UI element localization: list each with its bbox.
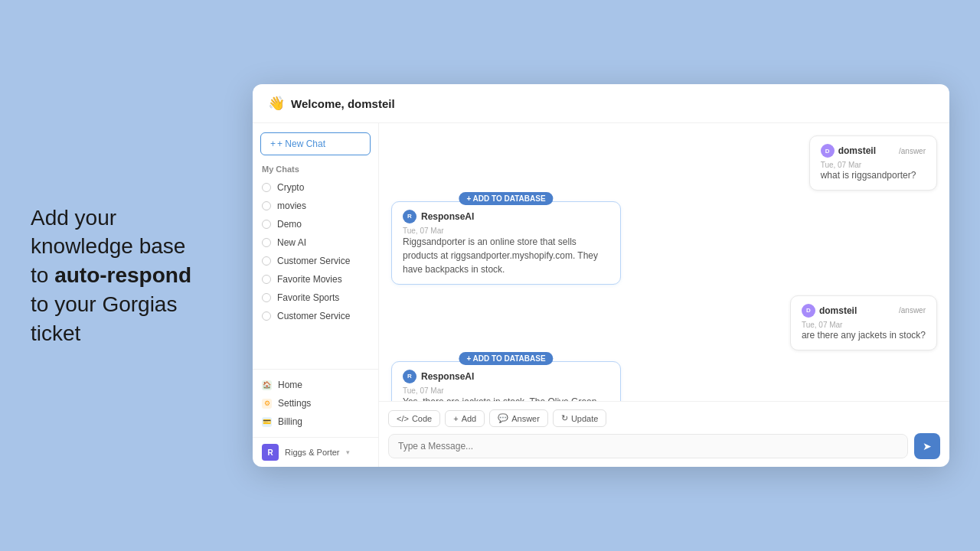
update-button[interactable]: ↻ Update [553, 409, 606, 427]
plus-icon: + [270, 139, 276, 149]
home-label: Home [278, 380, 302, 390]
dot-icon [262, 256, 271, 266]
billing-icon: 💳 [262, 417, 272, 427]
sidebar-item-favorite-movies[interactable]: Favorite Movies [253, 270, 378, 289]
sidebar: + + New Chat My Chats Crypto movies Demo [253, 123, 379, 467]
ai-name-1: ResponseAI [421, 211, 474, 222]
brand-chevron: ▾ [346, 448, 350, 456]
user-date-1: Tue, 07 Mar [821, 161, 926, 169]
app-header: 👋 Welcome, domsteil [253, 84, 949, 123]
dot-icon [262, 275, 271, 284]
answer-badge-1: /answer [899, 147, 926, 155]
ai-bubble-wrapper-1: + ADD TO DATABASE R ResponseAI Tue, 07 M… [391, 201, 621, 285]
brand-row: R Riggs & Porter ▾ [253, 437, 378, 467]
sidebar-item-label: movies [277, 201, 306, 211]
answer-label: Answer [511, 414, 540, 423]
sidebar-item-favorite-sports[interactable]: Favorite Sports [253, 289, 378, 307]
sidebar-item-label: Crypto [277, 182, 304, 193]
send-button[interactable]: ➤ [914, 433, 940, 459]
sidebar-item-label: Customer Service [277, 256, 350, 266]
update-label: Update [571, 414, 598, 423]
sidebar-item-label: Demo [277, 219, 302, 230]
add-icon: + [453, 414, 458, 423]
user-bubble-header-2: D domsteil /answer [802, 304, 926, 318]
answer-button[interactable]: 💬 Answer [489, 409, 548, 427]
add-button[interactable]: + Add [445, 410, 485, 427]
chat-input-row: ➤ [388, 433, 940, 459]
sidebar-bottom: 🏠 Home ⚙ Settings 💳 Billing [253, 369, 378, 437]
chat-row-user-1: D domsteil /answer Tue, 07 Mar what is r… [391, 135, 937, 191]
code-icon: </> [397, 414, 409, 423]
user-avatar-1: D [821, 144, 835, 158]
chat-row-ai-1: + ADD TO DATABASE R ResponseAI Tue, 07 M… [391, 201, 937, 285]
ai-bubble-1: R ResponseAI Tue, 07 Mar Riggsandporter … [391, 201, 621, 285]
user-bubble-1: D domsteil /answer Tue, 07 Mar what is r… [809, 135, 937, 191]
app-title: Welcome, domsteil [291, 97, 395, 110]
app-window: 👋 Welcome, domsteil + + New Chat My Chat… [253, 84, 949, 467]
dot-icon [262, 183, 271, 192]
ai-avatar-2: R [403, 370, 416, 383]
chat-messages: D domsteil /answer Tue, 07 Mar what is r… [379, 123, 949, 401]
sidebar-item-new-ai[interactable]: New AI [253, 233, 378, 252]
user-bubble-2: D domsteil /answer Tue, 07 Mar are there… [790, 295, 937, 350]
user-text-2: are there any jackets in stock? [802, 329, 926, 342]
chat-toolbar: </> Code + Add 💬 Answer ↻ [388, 409, 940, 427]
sidebar-item-demo[interactable]: Demo [253, 215, 378, 233]
app-body: + + New Chat My Chats Crypto movies Demo [253, 123, 949, 467]
chat-input-area: </> Code + Add 💬 Answer ↻ [379, 401, 949, 467]
new-chat-label: + New Chat [277, 139, 325, 149]
user-avatar-2: D [802, 304, 815, 318]
brand-name: Riggs & Porter [285, 448, 340, 457]
send-icon: ➤ [923, 440, 932, 452]
home-icon: 🏠 [262, 380, 272, 390]
wave-icon: 👋 [268, 95, 285, 112]
new-chat-button[interactable]: + + New Chat [260, 132, 371, 155]
sidebar-settings[interactable]: ⚙ Settings [253, 394, 378, 412]
user-bubble-header-1: D domsteil /answer [821, 144, 926, 158]
ai-bubble-header-2: R ResponseAI [403, 370, 609, 383]
settings-icon: ⚙ [262, 399, 272, 409]
add-label: Add [462, 414, 477, 423]
dot-icon [262, 311, 271, 321]
ai-bubble-wrapper-2: + ADD TO DATABASE R ResponseAI Tue, 07 M… [391, 361, 621, 401]
sidebar-item-label: New AI [277, 237, 306, 248]
chat-row-ai-2: + ADD TO DATABASE R ResponseAI Tue, 07 M… [391, 361, 937, 401]
ai-date-2: Tue, 07 Mar [403, 386, 609, 395]
add-to-db-1[interactable]: + ADD TO DATABASE [459, 192, 553, 205]
sidebar-item-customer-service-1[interactable]: Customer Service [253, 252, 378, 270]
sidebar-item-label: Favorite Sports [277, 292, 339, 303]
billing-label: Billing [278, 416, 302, 427]
sidebar-item-movies[interactable]: movies [253, 197, 378, 215]
user-text-1: what is riggsandporter? [821, 169, 926, 182]
ai-bubble-header-1: R ResponseAI [403, 210, 609, 223]
dot-icon [262, 293, 271, 302]
settings-label: Settings [278, 398, 311, 409]
ai-text-1: Riggsandporter is an online store that s… [403, 235, 609, 276]
chat-row-user-2: D domsteil /answer Tue, 07 Mar are there… [391, 295, 937, 350]
message-input[interactable] [388, 434, 908, 458]
answer-badge-2: /answer [899, 306, 926, 315]
promo-text: Add your knowledge base to auto-respond … [31, 204, 230, 348]
sidebar-item-crypto[interactable]: Crypto [253, 178, 378, 197]
ai-avatar-1: R [403, 210, 416, 223]
sidebar-item-label: Favorite Movies [277, 274, 342, 285]
code-label: Code [412, 414, 432, 423]
sidebar-billing[interactable]: 💳 Billing [253, 412, 378, 431]
code-button[interactable]: </> Code [388, 410, 440, 427]
sidebar-home[interactable]: 🏠 Home [253, 376, 378, 394]
ai-bubble-2: R ResponseAI Tue, 07 Mar Yes, there are … [391, 361, 621, 401]
user-name-1: D domsteil [821, 144, 876, 158]
user-name-2: D domsteil [802, 304, 857, 318]
user-date-2: Tue, 07 Mar [802, 321, 926, 329]
ai-text-2: Yes, there are jackets in stock. The Oli… [403, 395, 609, 401]
dot-icon [262, 201, 271, 210]
chat-area: D domsteil /answer Tue, 07 Mar what is r… [379, 123, 949, 467]
dot-icon [262, 220, 271, 229]
sidebar-item-customer-service-2[interactable]: Customer Service [253, 307, 378, 325]
answer-icon: 💬 [498, 413, 508, 423]
ai-date-1: Tue, 07 Mar [403, 227, 609, 235]
update-icon: ↻ [561, 413, 568, 423]
brand-logo: R [262, 444, 279, 461]
my-chats-label: My Chats [253, 165, 378, 178]
add-to-db-2[interactable]: + ADD TO DATABASE [459, 352, 553, 365]
